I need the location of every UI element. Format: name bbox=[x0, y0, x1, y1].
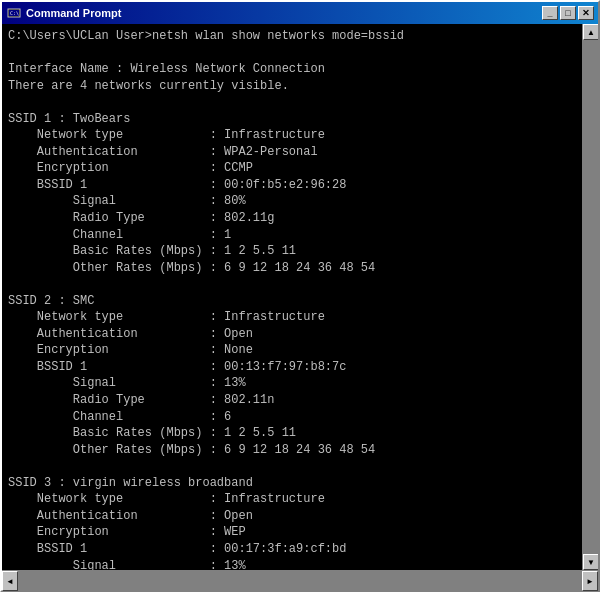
scroll-up-button[interactable]: ▲ bbox=[583, 24, 598, 40]
scroll-track[interactable] bbox=[583, 40, 598, 554]
scroll-down-button[interactable]: ▼ bbox=[583, 554, 598, 570]
window-icon: C:\ bbox=[6, 5, 22, 21]
title-bar: C:\ Command Prompt _ □ ✕ bbox=[2, 2, 598, 24]
terminal-text: C:\Users\UCLan User>netsh wlan show netw… bbox=[8, 28, 576, 570]
scroll-right-button[interactable]: ► bbox=[582, 571, 598, 591]
window-controls: _ □ ✕ bbox=[542, 6, 594, 20]
terminal-output[interactable]: C:\Users\UCLan User>netsh wlan show netw… bbox=[2, 24, 582, 570]
content-area: C:\Users\UCLan User>netsh wlan show netw… bbox=[2, 24, 598, 570]
vertical-scrollbar[interactable]: ▲ ▼ bbox=[582, 24, 598, 570]
scroll-left-button[interactable]: ◄ bbox=[2, 571, 18, 591]
close-button[interactable]: ✕ bbox=[578, 6, 594, 20]
horizontal-scrollbar[interactable]: ◄ ► bbox=[2, 570, 598, 590]
maximize-button[interactable]: □ bbox=[560, 6, 576, 20]
svg-text:C:\: C:\ bbox=[10, 10, 19, 16]
h-scroll-track[interactable] bbox=[18, 571, 582, 590]
cmd-window: C:\ Command Prompt _ □ ✕ C:\Users\UCLan … bbox=[0, 0, 600, 592]
window-title: Command Prompt bbox=[26, 7, 542, 19]
minimize-button[interactable]: _ bbox=[542, 6, 558, 20]
